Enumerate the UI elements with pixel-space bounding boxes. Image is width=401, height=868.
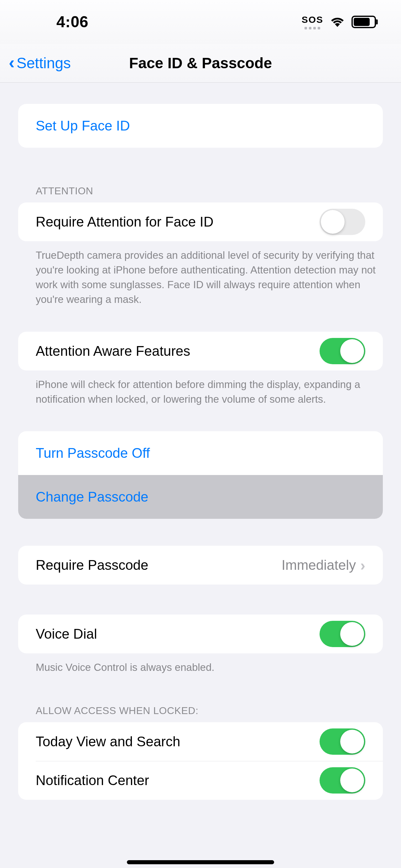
sos-text: SOS bbox=[302, 14, 323, 25]
allow-access-today-label: Today View and Search bbox=[36, 734, 319, 749]
allow-access-notification-label: Notification Center bbox=[36, 773, 319, 788]
group-require-attention: Require Attention for Face ID bbox=[18, 203, 383, 241]
group-allow-access: Today View and Search Notification Cente… bbox=[18, 722, 383, 800]
battery-icon bbox=[351, 16, 376, 28]
nav-bar: ‹ Settings Face ID & Passcode bbox=[0, 44, 401, 83]
turn-passcode-off-label: Turn Passcode Off bbox=[36, 445, 365, 461]
setup-face-id-label: Set Up Face ID bbox=[36, 118, 365, 134]
status-right: SOS bbox=[302, 14, 376, 29]
status-bar: 4:06 SOS bbox=[0, 0, 401, 44]
sos-indicator: SOS bbox=[302, 14, 323, 29]
group-voice-dial: Voice Dial bbox=[18, 615, 383, 653]
wifi-icon bbox=[330, 17, 345, 27]
group-passcode-actions: Turn Passcode Off Change Passcode bbox=[18, 431, 383, 519]
attention-aware-footer: iPhone will check for attention before d… bbox=[18, 370, 383, 407]
change-passcode-row[interactable]: Change Passcode bbox=[18, 475, 383, 519]
turn-passcode-off-row[interactable]: Turn Passcode Off bbox=[18, 431, 383, 475]
group-require-passcode: Require Passcode Immediately › bbox=[18, 546, 383, 585]
require-passcode-row[interactable]: Require Passcode Immediately › bbox=[18, 546, 383, 585]
cellular-dots-icon bbox=[305, 27, 320, 29]
attention-aware-toggle[interactable] bbox=[319, 338, 365, 364]
allow-access-notification-row[interactable]: Notification Center bbox=[18, 761, 383, 800]
group-attention-aware: Attention Aware Features bbox=[18, 332, 383, 370]
require-passcode-value: Immediately bbox=[282, 557, 356, 573]
require-attention-footer: TrueDepth camera provides an additional … bbox=[18, 241, 383, 307]
voice-dial-footer: Music Voice Control is always enabled. bbox=[18, 653, 383, 675]
require-attention-label: Require Attention for Face ID bbox=[36, 214, 319, 230]
group-setup: Set Up Face ID bbox=[18, 104, 383, 148]
page-title: Face ID & Passcode bbox=[129, 55, 272, 72]
status-time: 4:06 bbox=[56, 13, 88, 31]
require-attention-toggle[interactable] bbox=[319, 209, 365, 235]
section-header-attention: ATTENTION bbox=[18, 185, 383, 203]
back-button[interactable]: ‹ Settings bbox=[9, 44, 71, 82]
allow-access-today-toggle[interactable] bbox=[319, 728, 365, 755]
attention-aware-label: Attention Aware Features bbox=[36, 343, 319, 359]
voice-dial-toggle[interactable] bbox=[319, 621, 365, 647]
chevron-left-icon: ‹ bbox=[9, 54, 15, 71]
change-passcode-label: Change Passcode bbox=[36, 489, 365, 505]
section-header-allow-access: ALLOW ACCESS WHEN LOCKED: bbox=[18, 705, 383, 722]
allow-access-notification-toggle[interactable] bbox=[319, 767, 365, 794]
chevron-right-icon: › bbox=[360, 557, 365, 574]
voice-dial-row[interactable]: Voice Dial bbox=[18, 615, 383, 653]
back-label: Settings bbox=[17, 55, 71, 72]
content: Set Up Face ID ATTENTION Require Attenti… bbox=[0, 83, 401, 818]
attention-aware-row[interactable]: Attention Aware Features bbox=[18, 332, 383, 370]
setup-face-id-row[interactable]: Set Up Face ID bbox=[18, 104, 383, 148]
voice-dial-label: Voice Dial bbox=[36, 626, 319, 642]
require-attention-row[interactable]: Require Attention for Face ID bbox=[18, 203, 383, 241]
allow-access-today-row[interactable]: Today View and Search bbox=[18, 722, 383, 761]
settings-screen: 4:06 SOS ‹ Settings bbox=[0, 0, 401, 868]
home-indicator bbox=[127, 860, 274, 864]
require-passcode-label: Require Passcode bbox=[36, 557, 282, 573]
battery-fill bbox=[354, 18, 370, 26]
